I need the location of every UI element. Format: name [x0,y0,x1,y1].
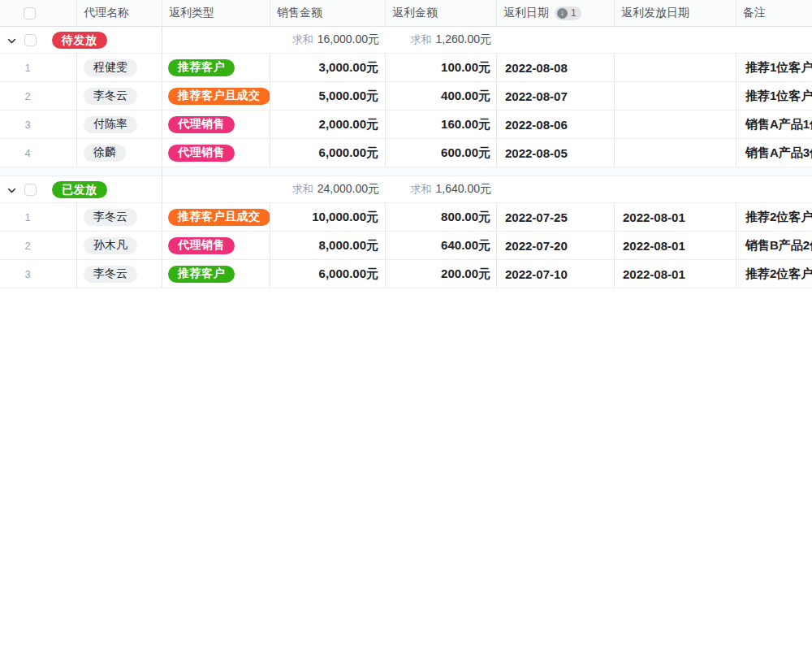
header-cell-rebate[interactable]: 返利金额 [386,0,497,26]
cell-rebate[interactable]: 100.00元 [386,54,497,81]
cell-sales[interactable]: 6,000.00元 [270,139,386,167]
cell-rebate[interactable]: 800.00元 [386,203,497,231]
cell-note[interactable]: 推荐1位客户 [736,82,812,110]
group-select-checkbox[interactable] [24,184,37,196]
cell-num[interactable]: 3 [0,260,77,288]
header-cell-num[interactable] [0,0,77,26]
rebate-type-badge: 推荐客户 [168,59,235,76]
cell-sales[interactable]: 10,000.00元 [270,203,386,231]
group-status-badge: 已发放 [52,181,107,198]
agent-name-pill: 程健雯 [84,59,137,76]
group-header-row[interactable]: 已发放求和24,000.00元求和1,640.00元 [0,176,812,203]
header-cell-issueDate[interactable]: 返利发放日期 [615,0,736,26]
cell-rebateDate[interactable]: 2022-08-06 [497,110,615,138]
group-status-badge: 待发放 [52,32,107,49]
table-row: 3李冬云推荐客户6,000.00元200.00元2022-07-102022-0… [0,260,812,288]
cell-type[interactable]: 推荐客户且成交 [162,203,270,231]
cell-num[interactable]: 2 [0,232,77,259]
cell-note[interactable]: 销售A产品3件 [736,139,812,167]
cell-agent[interactable]: 徐麟 [77,139,162,167]
column-divider [162,176,162,203]
agent-name-pill: 李冬云 [84,209,137,226]
cell-note[interactable]: 推荐2位客户 [736,260,812,288]
cell-sales[interactable]: 2,000.00元 [270,110,386,138]
cell-value: 3,000.00元 [319,60,378,76]
header-cell-sales[interactable]: 销售金额 [270,0,386,26]
cell-sales[interactable]: 6,000.00元 [270,260,386,288]
cell-agent[interactable]: 程健雯 [77,54,162,81]
cell-num[interactable]: 1 [0,54,77,81]
cell-rebate[interactable]: 600.00元 [386,139,497,167]
cell-issueDate[interactable]: 2022-08-01 [615,260,736,288]
cell-num[interactable]: 4 [0,139,77,167]
group-header-row[interactable]: 待发放求和16,000.00元求和1,260.00元 [0,27,812,54]
cell-num[interactable]: 2 [0,82,77,110]
cell-note[interactable]: 推荐1位客户 [736,54,812,81]
cell-issueDate[interactable] [615,54,736,81]
cell-note[interactable]: 销售A产品1件 [736,110,812,138]
cell-issueDate[interactable]: 2022-08-01 [615,203,736,231]
agent-name-pill: 付陈率 [84,116,137,133]
cell-type[interactable]: 推荐客户 [162,260,270,288]
group-select-checkbox[interactable] [24,34,37,46]
cell-rebateDate[interactable]: 2022-07-25 [497,203,615,231]
cell-note[interactable]: 推荐2位客户 [736,203,812,231]
column-label: 返利日期 [503,6,549,20]
cell-agent[interactable]: 李冬云 [77,260,162,288]
cell-rebateDate[interactable]: 2022-08-08 [497,54,615,81]
cell-type[interactable]: 代理销售 [162,232,270,259]
column-label: 备注 [743,6,766,20]
cell-agent[interactable]: 孙木凡 [77,232,162,259]
cell-rebateDate[interactable]: 2022-08-07 [497,82,615,110]
sum-label: 求和 [411,32,432,47]
sum-label: 求和 [292,32,313,47]
cell-issueDate[interactable] [615,139,736,167]
cell-value: 6,000.00元 [319,145,378,161]
cell-type[interactable]: 代理销售 [162,139,270,167]
cell-rebate[interactable]: 200.00元 [386,260,497,288]
cell-note[interactable]: 销售B产品2件 [736,232,812,259]
cell-sales[interactable]: 3,000.00元 [270,54,386,81]
cell-type[interactable]: 推荐客户 [162,54,270,81]
sort-badge[interactable]: ↓1 [555,6,581,20]
cell-rebateDate[interactable]: 2022-08-05 [497,139,615,167]
group-sum-sales: 求和16,000.00元 [270,27,386,53]
group-sum-rebate: 求和1,260.00元 [386,27,497,53]
cell-rebate[interactable]: 160.00元 [386,110,497,138]
chevron-down-icon[interactable] [6,35,17,46]
cell-value: 销售A产品3件 [745,145,812,161]
cell-num[interactable]: 1 [0,203,77,231]
header-cell-type[interactable]: 返利类型 [162,0,270,26]
cell-rebateDate[interactable]: 2022-07-20 [497,232,615,259]
row-number: 3 [0,119,55,131]
cell-value: 2022-07-10 [505,267,568,281]
header-row: 代理名称返利类型销售金额返利金额返利日期↓1返利发放日期备注 [0,0,812,27]
cell-value: 2022-08-01 [623,267,685,281]
cell-issueDate[interactable] [615,82,736,110]
header-cell-agent[interactable]: 代理名称 [77,0,162,26]
row-number: 2 [0,240,55,252]
cell-sales[interactable]: 5,000.00元 [270,82,386,110]
header-cell-rebateDate[interactable]: 返利日期↓1 [497,0,615,26]
table-row: 1程健雯推荐客户3,000.00元100.00元2022-08-08推荐1位客户 [0,54,812,82]
select-all-checkbox[interactable] [24,7,36,20]
header-cell-note[interactable]: 备注 [736,0,812,26]
cell-rebateDate[interactable]: 2022-07-10 [497,260,615,288]
chevron-down-icon[interactable] [6,184,17,195]
agent-name-pill: 孙木凡 [84,237,137,254]
cell-issueDate[interactable] [615,110,736,138]
rebate-type-badge: 代理销售 [168,237,235,254]
row-number: 3 [0,268,55,280]
cell-type[interactable]: 推荐客户且成交 [162,82,270,110]
cell-sales[interactable]: 8,000.00元 [270,232,386,259]
cell-rebate[interactable]: 400.00元 [386,82,497,110]
cell-agent[interactable]: 李冬云 [77,82,162,110]
column-label: 代理名称 [84,6,129,20]
cell-agent[interactable]: 李冬云 [77,203,162,231]
cell-value: 推荐1位客户 [745,89,812,104]
cell-agent[interactable]: 付陈率 [77,110,162,138]
cell-num[interactable]: 3 [0,110,77,138]
cell-type[interactable]: 代理销售 [162,110,270,138]
cell-rebate[interactable]: 640.00元 [386,232,497,259]
cell-issueDate[interactable]: 2022-08-01 [615,232,736,259]
